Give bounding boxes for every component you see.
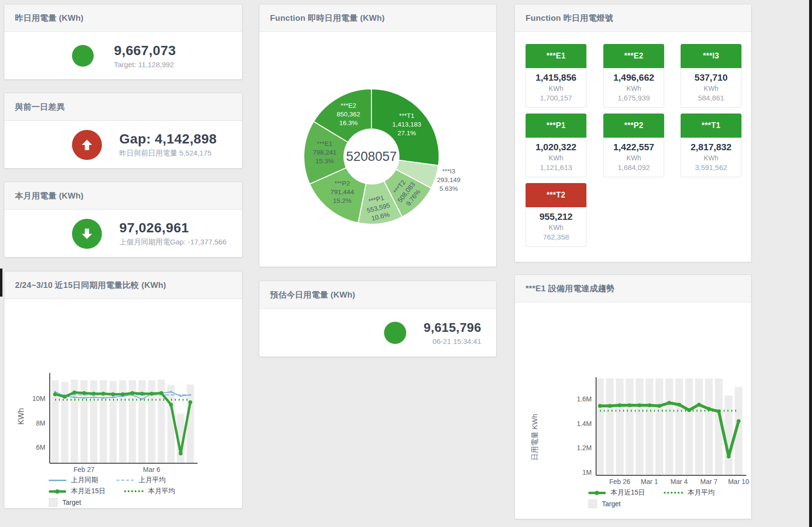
legend-label: 本月近15日 (611, 488, 645, 497)
data-point (140, 392, 144, 396)
data-point (170, 391, 172, 393)
tile-target: 1,121,613 (526, 163, 586, 171)
compare-chart-legend: 上月同期上月平均本月近15日本月平均Target (49, 476, 175, 507)
line-icon (49, 480, 66, 481)
thick-line-icon (588, 492, 606, 494)
data-point (73, 397, 75, 399)
card-prev-day-gap: 與前一日差異 Gap: 4,142,898 昨日與前日用電量 5,524,175 (4, 93, 242, 169)
target-bar (606, 379, 614, 475)
x-tick-label: Mar 6 (143, 466, 160, 473)
tile-body: 1,496,662KWh1,675,939 (603, 68, 664, 108)
target-bar (666, 379, 673, 475)
legend-row: 上月同期上月平均 (49, 476, 175, 484)
legend-row: Target (588, 499, 715, 508)
data-point (188, 400, 192, 404)
tile-target: 3,591,562 (681, 163, 741, 171)
right-scrollbar[interactable] (809, 0, 812, 527)
tile-status-header: ***E1 (526, 44, 586, 68)
target-swatch-icon (588, 499, 597, 508)
y-tick-label: 1.2M (577, 444, 592, 452)
data-point (628, 403, 632, 407)
tile-status-header: ***P2 (603, 114, 664, 138)
data-point (677, 403, 681, 407)
tile-body: 1,020,322KWh1,121,613 (526, 138, 586, 177)
yesterday-usage-target: Target: 11,128,992 (114, 60, 176, 69)
card-title: 2/24~3/10 近15日同期用電量比較 (KWh) (15, 280, 166, 291)
card-header: 昨日用電量 (KWh) (4, 4, 242, 32)
target-bar (695, 379, 703, 475)
status-green-circle-icon (72, 45, 94, 67)
legend-label: 本月平均 (688, 488, 715, 497)
light-tile-P1: ***P11,020,322KWh1,121,613 (526, 114, 586, 177)
legend-item[interactable]: Target (588, 499, 621, 508)
light-tile-T2: ***T2955,212KWh762,358 (526, 183, 586, 247)
light-tiles-grid: ***E11,415,856KWh1,700,157***E21,496,662… (515, 4, 751, 262)
dotted-line-icon (124, 490, 143, 492)
tile-unit: KWh (681, 154, 741, 162)
card-e1-trend-chart: 1M1.2M1.4M1.6MFeb 26Mar 1Mar 4Mar 7Mar 1… (514, 274, 752, 519)
yesterday-usage-value: 9,667,073 (114, 43, 176, 58)
light-tile-P2: ***P21,422,557KWh1,684,092 (603, 114, 664, 177)
legend-item[interactable]: 上月平均 (116, 476, 166, 484)
legend-item[interactable]: 上月同期 (49, 476, 98, 484)
donut-slice-label: ***I3293,1495.63% (437, 168, 461, 192)
legend-label: 上月同期 (71, 476, 98, 484)
tile-unit: KWh (604, 154, 664, 162)
y-tick-label: 8M (36, 419, 45, 427)
tile-unit: KWh (526, 154, 586, 162)
card-title: 本月用電量 (KWh) (15, 190, 84, 201)
legend-item[interactable]: Target (49, 498, 81, 507)
legend-item[interactable]: 本月近15日 (588, 488, 645, 497)
target-bar (705, 379, 713, 475)
tile-body: 537,710KWh584,861 (681, 68, 741, 108)
dashed-line-icon (116, 480, 134, 481)
legend-label: Target (62, 499, 81, 506)
legend-label: 本月平均 (148, 487, 175, 496)
tile-body: 1,415,856KWh1,700,157 (526, 68, 586, 108)
y-tick-label: 10M (32, 395, 45, 402)
x-tick-label: Feb 27 (73, 466, 95, 473)
data-point (159, 391, 163, 395)
data-point (121, 392, 125, 396)
prev-day-gap-value: Gap: 4,142,898 (119, 131, 217, 147)
realtime-usage-donut-chart: ***T11,413,18327.1%***I3293,1495.63%***T… (259, 4, 497, 268)
y-tick-label: 6M (36, 443, 45, 451)
data-point (83, 397, 85, 399)
tile-unit: KWh (526, 224, 586, 231)
tile-target: 584,861 (681, 94, 741, 102)
data-point (697, 403, 701, 407)
legend-item[interactable]: 本月平均 (124, 487, 175, 496)
data-point (102, 397, 104, 399)
data-point (657, 404, 661, 408)
legend-item[interactable]: 本月近15日 (49, 487, 106, 496)
tile-status-header: ***I3 (681, 44, 741, 68)
data-point (101, 392, 105, 396)
left-scroll-indicator[interactable] (0, 269, 2, 297)
legend-label: Target (602, 500, 621, 508)
down-arrow-icon (72, 219, 102, 249)
stat-text: Gap: 4,142,898 昨日與前日用電量 5,524,175 (119, 131, 217, 158)
card-title: ***E1 設備用電達成趨勢 (526, 283, 614, 294)
data-point (727, 455, 731, 458)
target-bar (675, 379, 683, 475)
legend-row: Target (49, 498, 175, 507)
tile-body: 955,212KWh762,358 (526, 207, 586, 247)
stat-text: 9,615,796 06-21 15:34:41 (424, 320, 481, 345)
y-axis-title: 日用電量 KWh (530, 414, 539, 461)
x-tick-label: Mar 4 (670, 478, 688, 485)
x-tick-label: Mar 1 (641, 478, 658, 485)
data-point (112, 397, 114, 399)
y-tick-label: 1.4M (577, 420, 592, 427)
legend-label: 上月平均 (139, 476, 166, 484)
data-point (169, 403, 173, 407)
legend-item[interactable]: 本月平均 (664, 488, 715, 497)
tile-target: 1,675,939 (604, 94, 664, 102)
tile-value: 955,212 (526, 212, 586, 222)
tile-value: 537,710 (681, 72, 741, 83)
prev-day-gap-sub: 昨日與前日用電量 5,524,175 (119, 149, 217, 158)
y-tick-label: 1.6M (577, 395, 592, 403)
stat-body: Gap: 4,142,898 昨日與前日用電量 5,524,175 (4, 121, 242, 169)
up-arrow-icon (72, 130, 102, 160)
data-point (737, 419, 741, 423)
card-header: 2/24~3/10 近15日同期用電量比較 (KWh) (4, 271, 242, 299)
